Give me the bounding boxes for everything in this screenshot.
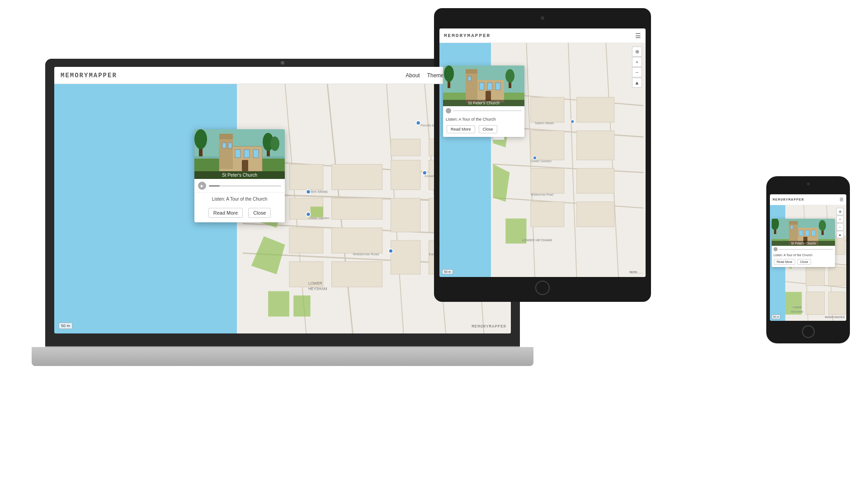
laptop-logo: MEMORYMAPPER bbox=[61, 72, 117, 79]
laptop-popup-title: St Peter's Church bbox=[194, 171, 285, 179]
svg-rect-38 bbox=[311, 206, 323, 217]
svg-rect-99 bbox=[487, 83, 492, 90]
phone-watermark: MEMORYMAPPER bbox=[825, 316, 844, 319]
phone-location-button[interactable]: ⊕ bbox=[836, 208, 844, 215]
svg-point-91 bbox=[444, 66, 454, 82]
phone-zoom-out-button[interactable]: − bbox=[836, 223, 844, 230]
tablet-popup-title: St Peter's Church bbox=[443, 100, 524, 106]
svg-rect-56 bbox=[219, 137, 233, 169]
svg-text:HEYSHAM: HEYSHAM bbox=[791, 310, 803, 313]
phone-zoom-in-button[interactable]: + bbox=[836, 216, 844, 223]
tablet-scale: 50 m bbox=[442, 269, 453, 274]
svg-rect-24 bbox=[331, 262, 382, 287]
svg-rect-58 bbox=[222, 143, 226, 148]
about-button[interactable]: About bbox=[402, 71, 423, 80]
phone-nav: MEMORYMAPPER ☰ bbox=[770, 194, 846, 205]
phone-screen: MEMORYMAPPER ☰ bbox=[770, 194, 846, 321]
laptop-watermark: MEMORYMAPPER bbox=[472, 324, 506, 329]
play-button[interactable]: ▶ bbox=[198, 182, 206, 190]
tablet-logo: MEMORYMAPPER bbox=[444, 33, 491, 38]
svg-marker-80 bbox=[493, 164, 510, 202]
tablet-screen: MEMORYMAPPER ☰ bbox=[439, 28, 646, 277]
laptop-audio-player: ▶ bbox=[194, 179, 285, 193]
phone-scale: 50 m bbox=[772, 314, 780, 319]
svg-rect-98 bbox=[479, 83, 484, 90]
svg-rect-18 bbox=[289, 228, 323, 253]
svg-rect-97 bbox=[468, 76, 471, 81]
laptop-popup-actions: Read More Close bbox=[194, 205, 285, 222]
tablet-zoom-in-button[interactable]: + bbox=[632, 57, 642, 67]
phone-read-more-button[interactable]: Read More bbox=[774, 259, 795, 265]
svg-rect-60 bbox=[235, 150, 241, 158]
svg-rect-20 bbox=[391, 198, 420, 232]
svg-rect-76 bbox=[577, 169, 614, 194]
tablet-location-button[interactable]: ⊕ bbox=[632, 47, 642, 56]
phone-close-button[interactable]: Close bbox=[797, 259, 811, 265]
phone-map: Glebe Garden LOWER HEYSHAM bbox=[770, 205, 846, 321]
tablet-map-controls: ⊕ + − ▲ bbox=[632, 47, 642, 88]
svg-rect-11 bbox=[391, 139, 420, 156]
phone-home-button[interactable] bbox=[802, 325, 815, 338]
tablet-zoom-out-button[interactable]: − bbox=[632, 67, 642, 77]
phone-menu-icon[interactable]: ☰ bbox=[840, 197, 844, 202]
svg-rect-59 bbox=[228, 143, 232, 148]
svg-point-41 bbox=[416, 121, 420, 125]
svg-rect-78 bbox=[577, 202, 614, 227]
phone-audio-bar[interactable] bbox=[779, 249, 833, 250]
svg-rect-71 bbox=[531, 97, 564, 122]
svg-rect-75 bbox=[531, 169, 564, 194]
svg-rect-109 bbox=[806, 267, 824, 286]
svg-text:Wobborrow Road: Wobborrow Road bbox=[531, 193, 554, 196]
svg-point-44 bbox=[389, 249, 393, 253]
svg-rect-110 bbox=[829, 267, 845, 286]
tablet-north-button[interactable]: ▲ bbox=[632, 78, 642, 88]
svg-point-86 bbox=[571, 120, 574, 123]
phone-north-button[interactable]: ▲ bbox=[836, 231, 844, 238]
svg-rect-131 bbox=[811, 230, 816, 236]
laptop-camera bbox=[281, 61, 284, 65]
svg-point-124 bbox=[819, 220, 826, 231]
tablet-popup-image: St Peter's Church bbox=[443, 66, 524, 106]
svg-rect-74 bbox=[577, 131, 614, 160]
tablet-camera bbox=[541, 16, 544, 20]
phone-popup-actions: Read More Close bbox=[772, 258, 835, 267]
tablet-audio-bar[interactable] bbox=[453, 110, 522, 111]
svg-line-66 bbox=[493, 164, 644, 173]
tablet-menu-icon[interactable]: ☰ bbox=[635, 32, 641, 39]
svg-rect-127 bbox=[789, 221, 798, 225]
read-more-button[interactable]: Read More bbox=[208, 208, 243, 218]
phone-audio bbox=[772, 246, 835, 253]
svg-point-93 bbox=[505, 69, 514, 83]
svg-rect-129 bbox=[799, 230, 803, 236]
tablet-device: MEMORYMAPPER ☰ bbox=[434, 8, 651, 302]
svg-rect-130 bbox=[805, 230, 809, 236]
audio-progress-bar[interactable] bbox=[209, 185, 281, 187]
svg-point-50 bbox=[194, 129, 207, 149]
svg-marker-37 bbox=[251, 236, 285, 274]
close-button[interactable]: Close bbox=[248, 208, 271, 218]
tablet-outer: MEMORYMAPPER ☰ bbox=[434, 8, 651, 302]
svg-rect-39 bbox=[268, 291, 289, 316]
tablet-popup: St Peter's Church Listen: A Tour of the … bbox=[443, 66, 524, 137]
phone-outer: MEMORYMAPPER ☰ bbox=[766, 176, 850, 343]
tablet-close-button[interactable]: Close bbox=[479, 125, 497, 133]
svg-line-69 bbox=[568, 43, 577, 277]
phone-device: MEMORYMAPPER ☰ bbox=[766, 176, 850, 343]
tablet-nav: MEMORYMAPPER ☰ bbox=[439, 28, 646, 43]
laptop-popup-image: St Peter's Church bbox=[194, 129, 285, 179]
svg-rect-128 bbox=[791, 225, 793, 229]
tablet-play-button[interactable] bbox=[446, 108, 451, 113]
tablet-read-more-button[interactable]: Read More bbox=[447, 125, 475, 133]
svg-rect-100 bbox=[495, 83, 500, 90]
phone-popup: St Peter's Church Listen: A Tour of the … bbox=[772, 219, 835, 267]
tablet-home-button[interactable] bbox=[535, 281, 550, 295]
phone-play-button[interactable] bbox=[774, 247, 778, 251]
phone-popup-title: St Peter's Church bbox=[772, 241, 835, 246]
svg-rect-61 bbox=[244, 150, 250, 158]
tablet-map: Salem Mews Glebe Garden Wobborrow Road L… bbox=[439, 43, 646, 277]
svg-rect-111 bbox=[806, 292, 824, 314]
tablet-audio bbox=[443, 106, 524, 115]
tablet-listen-label: Listen: A Tour of the Church bbox=[443, 115, 524, 123]
laptop-popup: St Peter's Church ▶ Listen: A Tour of th… bbox=[194, 129, 285, 222]
laptop-nav: MEMORYMAPPER About Themes bbox=[54, 67, 511, 84]
